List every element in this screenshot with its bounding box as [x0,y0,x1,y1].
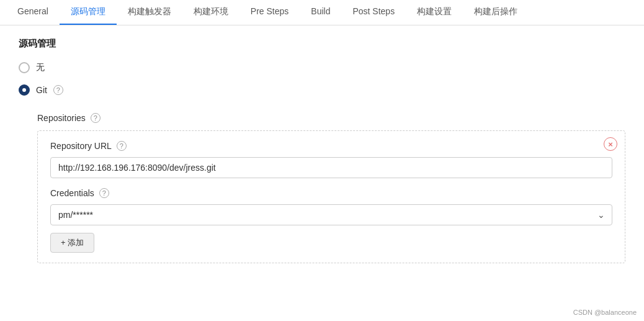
tab-build-env[interactable]: 构建环境 [182,0,239,25]
credentials-label-row: Credentials ? [50,188,612,198]
repo-url-label: Repository URL [50,141,112,151]
tab-pre-steps[interactable]: Pre Steps [239,0,300,25]
add-btn-row: + 添加 [50,233,612,253]
repositories-label: Repositories [37,113,86,123]
repositories-help-icon[interactable]: ? [91,113,101,123]
repo-url-input[interactable] [50,157,612,178]
credentials-help-icon[interactable]: ? [99,188,109,198]
radio-row-none: 无 [19,62,625,73]
section-title: 源码管理 [19,38,625,50]
git-help-icon[interactable]: ? [53,85,63,95]
footer-text: CSDN @balanceone [573,309,637,316]
credentials-select-wrapper: pm/****** ⌄ [50,204,612,225]
add-button[interactable]: + 添加 [50,233,94,253]
radio-row-git: Git ? [19,84,625,96]
credentials-select[interactable]: pm/****** [50,204,612,225]
credentials-label: Credentials [50,188,94,198]
radio-group: 无 Git ? Repositories ? Repository URL ? … [19,62,625,263]
radio-git[interactable] [19,84,30,96]
page-content: 源码管理 无 Git ? Repositories ? Repository U… [0,25,644,321]
tab-build[interactable]: Build [300,0,341,25]
close-button[interactable]: × [604,137,617,151]
repositories-label-row: Repositories ? [37,113,625,123]
repo-url-help-icon[interactable]: ? [117,141,127,151]
repository-box: Repository URL ? × Credentials ? pm/****… [37,130,625,263]
tab-build-settings[interactable]: 构建设置 [406,0,463,25]
radio-none-label: 无 [36,62,45,73]
git-section: Repositories ? Repository URL ? × Creden… [37,113,625,263]
tab-post-build[interactable]: 构建后操作 [463,0,529,25]
repo-url-label-row: Repository URL ? [50,141,612,151]
radio-git-label: Git [36,85,47,95]
tab-post-steps[interactable]: Post Steps [341,0,406,25]
tab-source-management[interactable]: 源码管理 [60,0,117,25]
tab-general[interactable]: General [6,0,60,25]
tab-bar: General源码管理构建触发器构建环境Pre StepsBuildPost S… [0,0,644,25]
tab-build-trigger[interactable]: 构建触发器 [117,0,182,25]
radio-none[interactable] [19,62,30,73]
